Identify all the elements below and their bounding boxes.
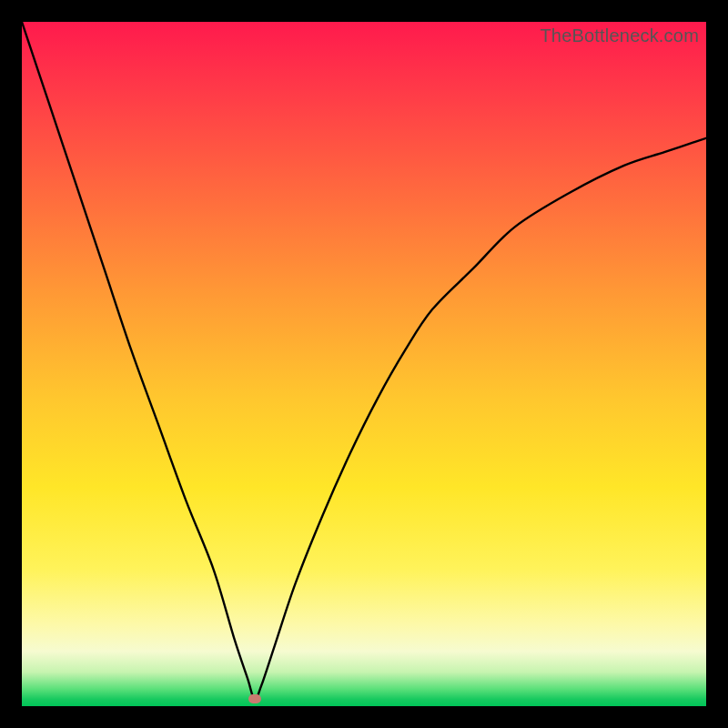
optimum-marker	[248, 694, 261, 703]
bottleneck-curve	[22, 22, 706, 706]
chart-frame: TheBottleneck.com	[0, 0, 728, 728]
plot-area: TheBottleneck.com	[22, 22, 706, 706]
